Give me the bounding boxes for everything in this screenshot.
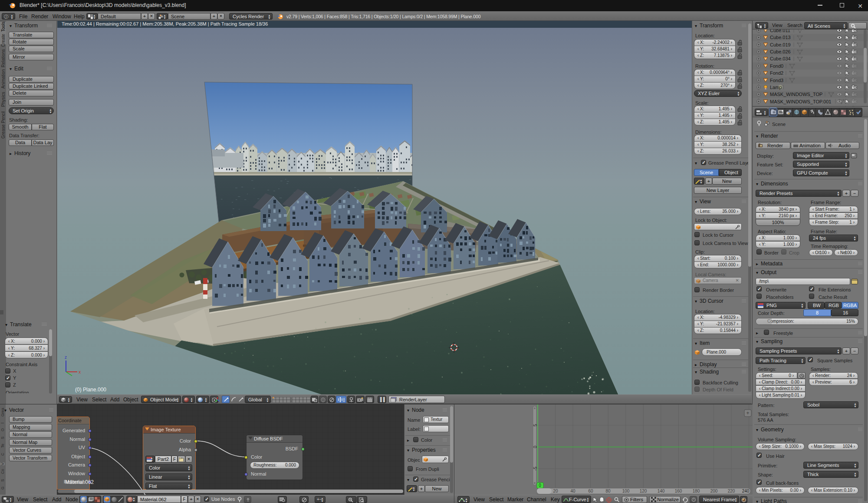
svg-text:140: 140	[658, 489, 665, 493]
svg-text:40: 40	[570, 489, 575, 493]
svg-text:120: 120	[640, 489, 647, 493]
svg-text:Cube.026: Cube.026	[770, 49, 791, 54]
svg-text:160: 160	[675, 489, 682, 493]
svg-text:180: 180	[693, 489, 700, 493]
svg-text:(0) Plane.000: (0) Plane.000	[75, 387, 106, 393]
svg-text:MASK_WINDOWS_TOP: MASK_WINDOWS_TOP	[770, 92, 822, 97]
svg-text:Fond3: Fond3	[770, 78, 783, 83]
svg-text:Lamp: Lamp	[770, 85, 782, 90]
svg-text:x: x	[79, 370, 81, 374]
svg-text:Fond2: Fond2	[770, 70, 783, 76]
svg-text:240: 240	[742, 489, 750, 493]
svg-text:Cube.019: Cube.019	[770, 42, 791, 47]
svg-text:80: 80	[605, 489, 611, 493]
svg-text:220: 220	[728, 489, 735, 493]
svg-text:Cube.034: Cube.034	[770, 56, 791, 61]
svg-text:5: 5	[533, 424, 538, 427]
svg-text:0: 0	[533, 446, 538, 448]
svg-text:0: 0	[539, 483, 541, 488]
svg-text:200: 200	[710, 489, 718, 493]
svg-text:z: z	[65, 355, 67, 360]
svg-text:Cube.013: Cube.013	[770, 35, 791, 40]
svg-text:Fond0: Fond0	[770, 63, 783, 69]
svg-text:20: 20	[553, 489, 558, 493]
svg-text:-5: -5	[533, 467, 538, 470]
svg-text:+: +	[746, 410, 749, 416]
svg-text:MASK_WINDOWS_TOP.001: MASK_WINDOWS_TOP.001	[770, 99, 831, 104]
svg-text:100: 100	[622, 489, 630, 493]
svg-text:60: 60	[588, 489, 593, 493]
